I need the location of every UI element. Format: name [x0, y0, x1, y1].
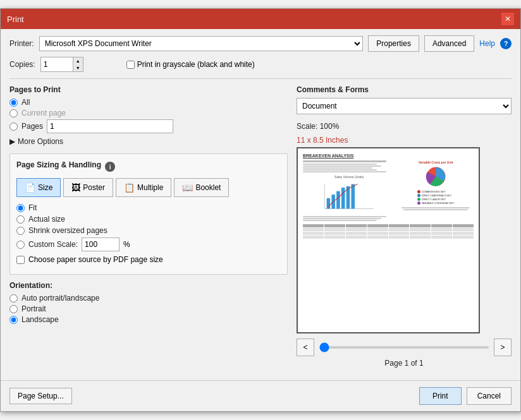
preview-var-title: Variable Costs per Unit [419, 160, 453, 164]
booklet-tab-label: Booklet [195, 183, 221, 192]
cancel-button[interactable]: Cancel [467, 387, 512, 405]
svg-rect-5 [341, 188, 345, 208]
copies-up-button[interactable]: ▲ [73, 57, 83, 64]
booklet-tab[interactable]: 📖 Booklet [174, 178, 229, 197]
all-label: All [21, 98, 30, 107]
multiple-tab-icon: 📋 [124, 183, 135, 193]
multiple-tab-label: Multiple [137, 183, 163, 192]
preview-box: BREAKEVEN ANALYSIS Sales Volume (Unit [297, 147, 480, 333]
size-tab[interactable]: 📄 Size [16, 178, 61, 197]
landscape-label: Landscape [21, 315, 59, 324]
landscape-radio[interactable] [9, 316, 18, 324]
pages-input[interactable] [47, 119, 173, 133]
current-page-label: Current page [21, 109, 66, 117]
preview-dimensions: 11 x 8.5 Inches [297, 136, 512, 145]
custom-scale-radio[interactable] [16, 241, 25, 249]
info-icon[interactable]: i [105, 162, 115, 172]
grayscale-label: Print in grayscale (black and white) [137, 60, 255, 69]
printer-select[interactable]: Microsoft XPS Document Writer [39, 36, 364, 51]
pdf-source-label: Choose paper source by PDF page size [28, 255, 163, 264]
title-bar: Print ✕ [1, 9, 520, 29]
preview-title: BREAKEVEN ANALYSIS [303, 153, 474, 158]
pages-radio[interactable] [9, 123, 18, 131]
help-link[interactable]: Help [479, 39, 495, 48]
prev-page-button[interactable]: < [297, 339, 314, 356]
comments-forms-title: Comments & Forms [297, 85, 512, 94]
copies-down-button[interactable]: ▼ [73, 64, 83, 71]
pdf-source-checkbox[interactable] [16, 256, 25, 264]
poster-tab-icon: 🖼 [71, 183, 80, 193]
pages-to-print-title: Pages to Print [9, 85, 288, 94]
shrink-radio[interactable] [16, 227, 25, 235]
grayscale-checkbox[interactable] [126, 61, 135, 69]
booklet-tab-icon: 📖 [182, 183, 193, 193]
portrait-label: Portrait [21, 304, 46, 313]
shrink-label: Shrink oversized pages [28, 226, 107, 235]
copies-label: Copies: [9, 60, 35, 69]
all-radio[interactable] [9, 99, 18, 107]
preview-pie-chart [425, 165, 447, 188]
poster-tab-label: Poster [83, 183, 105, 192]
advanced-button[interactable]: Advanced [424, 35, 474, 52]
actual-size-radio[interactable] [16, 215, 25, 224]
properties-button[interactable]: Properties [368, 35, 419, 52]
orientation-title: Orientation: [9, 281, 288, 290]
poster-tab[interactable]: 🖼 Poster [63, 178, 113, 197]
close-button[interactable]: ✕ [501, 13, 514, 25]
current-page-radio[interactable] [9, 109, 18, 117]
pages-label: Pages [21, 122, 43, 131]
preview-chart [303, 181, 395, 212]
preview-chart-title: Sales Volume (Units) [303, 175, 395, 179]
auto-orientation-label: Auto portrait/landscape [21, 294, 99, 303]
more-options[interactable]: ▶ More Options [9, 137, 288, 146]
custom-scale-input[interactable] [82, 237, 120, 251]
page-sizing-title: Page Sizing & Handling [16, 160, 101, 169]
more-options-label: More Options [18, 137, 63, 146]
next-page-button[interactable]: > [494, 339, 512, 356]
scale-label: Scale: 100% [297, 122, 512, 131]
print-button[interactable]: Print [419, 387, 462, 405]
help-icon[interactable]: ? [500, 38, 512, 49]
svg-rect-4 [336, 191, 340, 209]
svg-rect-7 [351, 184, 355, 209]
fit-label: Fit [28, 203, 37, 212]
comments-forms-select[interactable]: Document Document and Markups Document a… [297, 98, 512, 114]
copies-input[interactable] [41, 57, 73, 71]
actual-size-label: Actual size [28, 215, 65, 224]
auto-orientation-radio[interactable] [9, 294, 18, 303]
dialog-title: Print [7, 15, 24, 24]
printer-label: Printer: [9, 39, 34, 48]
page-info: Page 1 of 1 [297, 359, 512, 368]
page-slider[interactable] [319, 346, 489, 349]
more-options-arrow: ▶ [9, 137, 15, 146]
page-setup-button[interactable]: Page Setup... [9, 388, 72, 404]
portrait-radio[interactable] [9, 305, 18, 313]
percent-label: % [123, 240, 130, 249]
multiple-tab[interactable]: 📋 Multiple [116, 178, 171, 197]
size-tab-label: Size [38, 183, 52, 192]
fit-radio[interactable] [16, 204, 25, 212]
size-tab-icon: 📄 [25, 183, 35, 193]
custom-scale-label: Custom Scale: [28, 240, 78, 249]
